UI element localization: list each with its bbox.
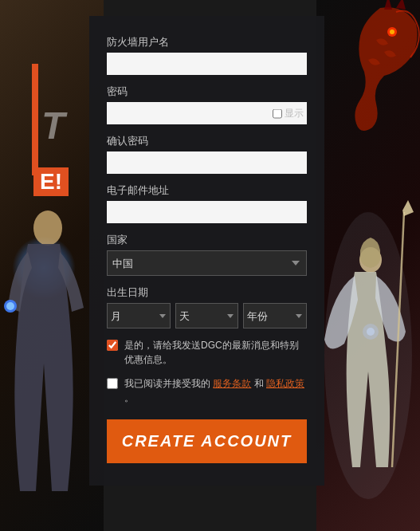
svg-point-9 <box>367 328 375 336</box>
newsletter-checkbox-group: 是的，请给我发送DGC的最新消息和特别优惠信息。 <box>107 338 307 367</box>
terms-prefix: 我已阅读并接受我的 <box>124 378 210 389</box>
dob-selects-row: 月 1234 5678 9101112 天 12345 年份 200019991… <box>107 303 307 328</box>
mage-svg <box>4 188 92 491</box>
password-field-group: 密码 显示 <box>107 85 307 124</box>
terms-link[interactable]: 服务条款 <box>213 378 251 389</box>
confirm-password-input[interactable] <box>107 151 307 174</box>
show-password-label: 显示 <box>285 107 304 120</box>
left-character-area <box>0 0 104 531</box>
create-account-button[interactable]: CREATE ACCOUNT <box>107 419 307 463</box>
terms-suffix: 。 <box>124 392 134 403</box>
newsletter-label: 是的，请给我发送DGC的最新消息和特别优惠信息。 <box>124 338 307 367</box>
email-input[interactable] <box>107 201 307 223</box>
country-select[interactable]: 中国 美国 日本 <box>107 250 307 276</box>
username-input[interactable] <box>107 53 307 75</box>
country-field-group: 国家 中国 美国 日本 <box>107 233 307 276</box>
dragon-svg <box>316 0 420 199</box>
svg-point-0 <box>33 210 62 246</box>
username-label: 防火墙用户名 <box>107 35 307 49</box>
registration-form-panel: 防火墙用户名 密码 显示 确认密码 电子邮件地址 国家 中国 美国 日本 出生 <box>89 16 324 486</box>
confirm-password-field-group: 确认密码 <box>107 134 307 174</box>
svg-point-4 <box>390 30 394 34</box>
warrior-svg <box>316 196 420 531</box>
mage-character <box>4 188 92 507</box>
dob-label: 出生日期 <box>107 285 307 300</box>
country-label: 国家 <box>107 233 307 247</box>
svg-point-2 <box>6 302 14 310</box>
dob-month-select[interactable]: 月 1234 5678 9101112 <box>107 303 171 328</box>
terms-checkbox[interactable] <box>107 378 118 389</box>
dob-day-select[interactable]: 天 12345 <box>175 303 239 328</box>
privacy-link[interactable]: 隐私政策 <box>266 378 304 389</box>
dragon-area <box>316 0 420 199</box>
dob-field-group: 出生日期 月 1234 5678 9101112 天 12345 年份 2000… <box>107 285 307 328</box>
terms-label: 我已阅读并接受我的 服务条款 和 隐私政策 。 <box>124 376 307 405</box>
terms-and: 和 <box>254 378 264 389</box>
password-input-row: 显示 <box>107 102 307 124</box>
email-field-group: 电子邮件地址 <box>107 183 307 223</box>
show-password-toggle[interactable]: 显示 <box>273 107 304 120</box>
password-label: 密码 <box>107 85 307 99</box>
warrior-area <box>316 196 420 531</box>
username-field-group: 防火墙用户名 <box>107 35 307 75</box>
confirm-password-label: 确认密码 <box>107 134 307 148</box>
terms-checkbox-group: 我已阅读并接受我的 服务条款 和 隐私政策 。 <box>107 376 307 405</box>
email-label: 电子邮件地址 <box>107 183 307 198</box>
newsletter-checkbox[interactable] <box>107 340 118 351</box>
dob-year-select[interactable]: 年份 200019991998 <box>243 303 307 328</box>
show-password-checkbox[interactable] <box>273 108 282 118</box>
